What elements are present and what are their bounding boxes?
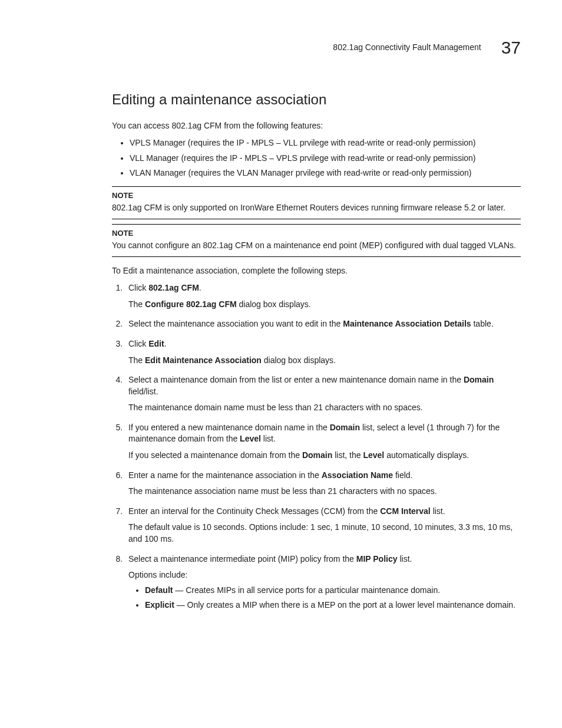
step-subtext: The maintenance association name must be… (128, 486, 521, 498)
steps-lead-in: To Edit a maintenance association, compl… (112, 265, 521, 277)
step-text: Select a maintenance domain from the lis… (128, 375, 494, 396)
step-subtext: If you selected a maintenance domain fro… (128, 450, 521, 462)
intro-bullet-list: VPLS Manager (requires the IP - MPLS – V… (112, 137, 521, 179)
step-text: Click Edit. (128, 339, 167, 348)
header-section-title: 802.1ag Connectivity Fault Management (333, 42, 481, 52)
steps-list: Click 802.1ag CFM. The Configure 802.1ag… (112, 282, 521, 611)
note-text: You cannot configure an 802.1ag CFM on a… (112, 241, 516, 250)
step-item: Select a maintenance intermediate point … (125, 554, 521, 611)
step-item: Enter a name for the maintenance associa… (125, 470, 521, 498)
step-item: Select a maintenance domain from the lis… (125, 374, 521, 414)
note-label: NOTE (112, 228, 521, 239)
step-subtext: Options include: (128, 569, 521, 581)
step-text: Select a maintenance intermediate point … (128, 554, 412, 564)
step-item: Enter an interval for the Continuity Che… (125, 506, 521, 545)
intro-bullet: VLL Manager (requires the IP - MPLS – VP… (130, 153, 521, 164)
option-item: Default — Creates MIPs in all service po… (145, 585, 521, 597)
step-text: If you entered a new maintenance domain … (128, 423, 500, 444)
note-block: NOTE You cannot configure an 802.1ag CFM… (112, 224, 521, 257)
intro-bullet: VPLS Manager (requires the IP - MPLS – V… (130, 137, 521, 149)
section-heading: Editing a maintenance association (112, 90, 521, 110)
note-label: NOTE (112, 190, 521, 201)
step-item: Click Edit. The Edit Maintenance Associa… (125, 338, 521, 366)
note-text: 802.1ag CFM is only supported on IronWar… (112, 203, 505, 212)
step-subtext: The Configure 802.1ag CFM dialog box dis… (128, 299, 521, 311)
step-subtext: The maintenance domain name must be less… (128, 402, 521, 414)
intro-bullet: VLAN Manager (requires the VLAN Manager … (130, 167, 521, 179)
step-item: Click 802.1ag CFM. The Configure 802.1ag… (125, 282, 521, 310)
option-list: Default — Creates MIPs in all service po… (128, 585, 521, 611)
step-subtext: The Edit Maintenance Association dialog … (128, 355, 521, 367)
step-text: Select the maintenance association you w… (128, 319, 494, 328)
step-text: Enter an interval for the Continuity Che… (128, 506, 445, 516)
step-subtext: The default value is 10 seconds. Options… (128, 522, 521, 545)
intro-text: You can access 802.1ag CFM from the foll… (112, 120, 521, 132)
option-item: Explicit — Only creates a MIP when there… (145, 599, 521, 611)
step-text: Enter a name for the maintenance associa… (128, 470, 412, 480)
step-item: If you entered a new maintenance domain … (125, 422, 521, 462)
page-content: Editing a maintenance association You ca… (112, 90, 521, 611)
page-header: 802.1ag Connectivity Fault Management 37 (41, 35, 521, 60)
note-block: NOTE 802.1ag CFM is only supported on Ir… (112, 186, 521, 219)
step-item: Select the maintenance association you w… (125, 318, 521, 330)
chapter-number: 37 (501, 38, 521, 57)
step-text: Click 802.1ag CFM. (128, 283, 201, 292)
